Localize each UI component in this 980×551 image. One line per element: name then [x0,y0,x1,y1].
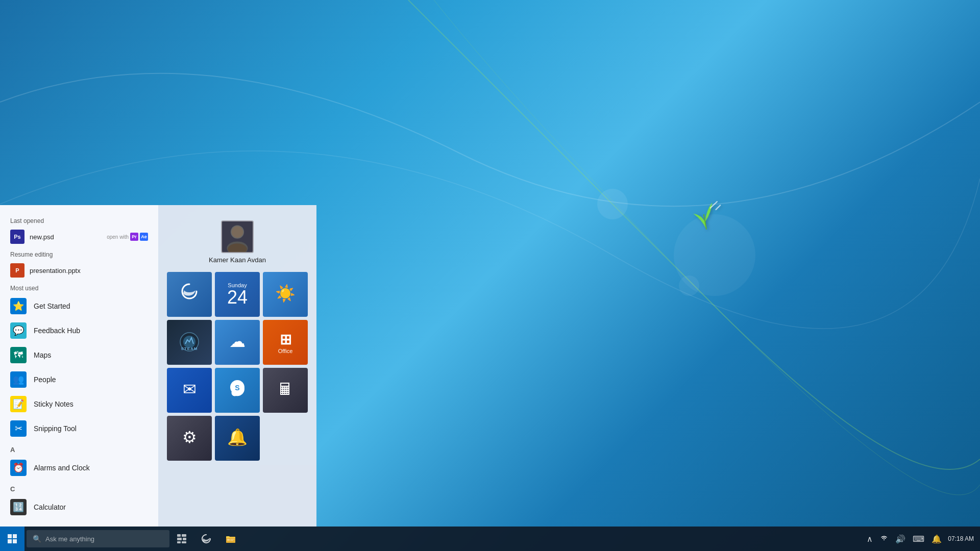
psd-filename: new.psd [30,233,107,241]
tile-edge[interactable] [167,272,212,317]
app-item-maps[interactable]: 🗺 Maps [0,343,158,367]
taskbar-explorer-icon [226,534,236,544]
svg-rect-19 [183,538,186,540]
snipping-tool-icon: ✂ [10,420,27,437]
premiere-badge: Pr [130,233,138,241]
ps-icon: Ps [10,230,24,244]
task-view-button[interactable] [169,527,194,551]
skype-tile-icon: S [228,378,247,400]
calendar-date: 24 [227,288,248,307]
app-name-alarms: Alarms and Clock [34,464,90,472]
tile-calculator[interactable]: 🖩 [263,368,308,413]
wifi-icon[interactable] [878,532,890,546]
file-item-pptx[interactable]: P presentation.pptx [0,260,158,281]
open-with-group: open with Pr Ae [107,233,148,241]
app-name-get-started: Get Started [34,302,70,310]
most-used-label: Most used [0,281,158,294]
after-effects-badge: Ae [140,233,148,241]
app-item-get-started[interactable]: ⭐ Get Started [0,294,158,318]
tile-grid: Sunday 24 ☀️ STEAM [163,272,311,461]
tile-alarm-bell[interactable]: 🔔 [215,416,260,461]
svg-point-6 [232,226,243,238]
search-icon: 🔍 [33,535,41,543]
wifi-svg [880,534,888,542]
office-tile-label: Office [278,348,293,354]
app-item-alarms[interactable]: ⏰ Alarms and Clock [0,456,158,480]
edge-tile-icon [180,282,199,305]
svg-text:STEAM: STEAM [181,346,198,351]
alpha-a-divider: A [0,441,158,456]
start-menu: Last opened Ps new.psd open with Pr Ae R… [0,205,316,527]
app-item-people[interactable]: 👥 People [0,367,158,392]
feedback-hub-icon: 💬 [10,322,27,339]
svg-rect-25 [230,540,233,541]
svg-text:S: S [235,384,239,392]
steam-tile-icon: STEAM [178,331,201,355]
sticky-notes-icon: 📝 [10,396,27,412]
alpha-c-divider: C [0,480,158,495]
resume-editing-label: Resume editing [0,247,158,260]
svg-rect-12 [8,534,12,538]
office-tile-icon: ⊞ [280,331,291,348]
start-menu-right-panel: Kamer Kaan Avdan Sunday 24 [158,205,316,527]
app-name-calculator: Calculator [34,503,66,511]
weather-tile-icon: ☀️ [275,284,296,303]
taskbar-edge-icon [201,534,211,544]
taskbar: 🔍 Ask me anything [0,527,980,551]
logo-quad-orange [385,201,470,286]
alarm-bell-tile-icon: 🔔 [227,428,248,447]
search-box[interactable]: 🔍 Ask me anything [27,530,169,547]
tile-office[interactable]: ⊞ Office [263,320,308,365]
alarms-icon: ⏰ [10,460,27,476]
tray-chevron-icon[interactable]: ∧ [865,532,875,546]
tile-calendar[interactable]: Sunday 24 [215,272,260,317]
tile-steam[interactable]: STEAM [167,320,212,365]
svg-point-2 [679,276,699,296]
get-started-icon: ⭐ [10,298,27,314]
settings-tile-icon: ⚙ [182,428,197,447]
search-placeholder: Ask me anything [45,535,94,543]
tile-weather[interactable]: ☀️ [263,272,308,317]
svg-rect-24 [230,539,234,540]
plant-decoration [680,191,728,245]
mail-tile-icon: ✉ [183,380,197,399]
tile-mail[interactable]: ✉ [167,368,212,413]
maps-icon: 🗺 [10,347,27,363]
user-name: Kamer Kaan Avdan [209,256,266,264]
app-item-sticky-notes[interactable]: 📝 Sticky Notes [0,392,158,416]
logo-quad-green [385,112,470,197]
svg-rect-23 [227,539,230,541]
app-name-people: People [34,375,56,384]
logo-quad-red [296,112,381,197]
app-item-calculator[interactable]: 🔢 Calculator [0,495,158,519]
tile-onedrive[interactable]: ☁ [215,320,260,365]
app-item-feedback-hub[interactable]: 💬 Feedback Hub [0,318,158,343]
desktop: Last opened Ps new.psd open with Pr Ae R… [0,0,980,551]
taskbar-clock[interactable]: 07:18 AM [948,535,980,543]
start-menu-left-panel: Last opened Ps new.psd open with Pr Ae R… [0,205,158,527]
svg-rect-18 [177,538,182,540]
svg-rect-14 [8,539,12,543]
user-avatar [221,220,254,253]
svg-point-1 [597,189,628,219]
tile-settings[interactable]: ⚙ [167,416,212,461]
start-button[interactable] [0,527,24,551]
taskbar-explorer-button[interactable] [218,527,243,551]
taskbar-edge-button[interactable] [194,527,218,551]
svg-rect-17 [182,534,186,537]
last-opened-label: Last opened [0,213,158,227]
app-item-snipping-tool[interactable]: ✂ Snipping Tool [0,416,158,441]
system-tray: ∧ 🔊 ⌨ 🔔 [861,532,948,546]
user-profile[interactable]: Kamer Kaan Avdan [163,215,311,264]
app-name-feedback-hub: Feedback Hub [34,327,80,335]
tile-skype[interactable]: S [215,368,260,413]
task-view-icon [177,534,186,543]
volume-icon[interactable]: 🔊 [893,532,908,546]
people-icon: 👥 [10,371,27,388]
app-name-maps: Maps [34,351,51,359]
windows-start-icon [8,534,17,543]
notification-center-icon[interactable]: 🔔 [929,532,944,546]
file-item-psd[interactable]: Ps new.psd open with Pr Ae [0,227,158,247]
keyboard-layout-icon[interactable]: ⌨ [911,532,926,546]
svg-rect-20 [177,541,181,543]
